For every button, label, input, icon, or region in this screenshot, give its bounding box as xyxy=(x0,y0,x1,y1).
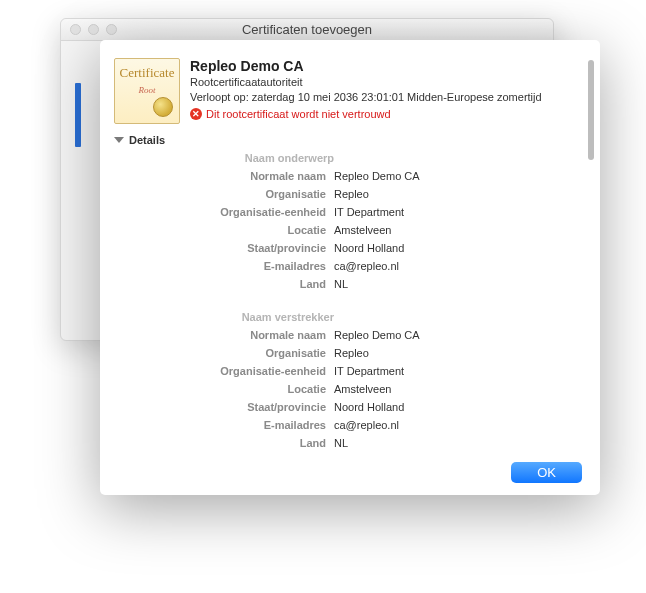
scrollbar[interactable] xyxy=(588,60,594,160)
minimize-window-button[interactable] xyxy=(88,24,99,35)
certificate-sheet: Certificate Root Repleo Demo CA Rootcert… xyxy=(100,40,600,495)
detail-row: OrganisatieRepleo xyxy=(114,344,582,362)
detail-label: E-mailadres xyxy=(114,257,334,275)
detail-row: LandNL xyxy=(114,434,582,452)
detail-label: E-mailadres xyxy=(114,416,334,434)
detail-row: E-mailadresca@repleo.nl xyxy=(114,416,582,434)
detail-value: Amstelveen xyxy=(334,221,391,239)
details-label: Details xyxy=(129,134,165,146)
detail-row: Staat/provincieNoord Holland xyxy=(114,239,582,257)
detail-label: Organisatie xyxy=(114,185,334,203)
issuer-heading: Naam verstrekker xyxy=(219,311,334,323)
detail-value: Repleo xyxy=(334,185,369,203)
detail-row: LandNL xyxy=(114,275,582,293)
detail-value: NL xyxy=(334,434,348,452)
details-disclosure[interactable]: Details xyxy=(114,134,582,146)
detail-label: Staat/provincie xyxy=(114,239,334,257)
detail-value: IT Department xyxy=(334,203,404,221)
detail-label: Staat/provincie xyxy=(114,398,334,416)
certificate-icon: Certificate Root xyxy=(114,58,180,124)
detail-row: Normale naamRepleo Demo CA xyxy=(114,326,582,344)
close-window-button[interactable] xyxy=(70,24,81,35)
detail-row: LocatieAmstelveen xyxy=(114,221,582,239)
detail-label: Locatie xyxy=(114,221,334,239)
detail-value: IT Department xyxy=(334,362,404,380)
detail-row: Organisatie-eenheidIT Department xyxy=(114,362,582,380)
trust-status-text: Dit rootcertificaat wordt niet vertrouwd xyxy=(206,108,391,120)
detail-row: E-mailadresca@repleo.nl xyxy=(114,257,582,275)
detail-value: Noord Holland xyxy=(334,239,404,257)
seal-icon xyxy=(153,97,173,117)
chevron-down-icon xyxy=(114,137,124,143)
detail-label: Normale naam xyxy=(114,167,334,185)
detail-label: Land xyxy=(114,434,334,452)
detail-label: Organisatie xyxy=(114,344,334,362)
ok-button[interactable]: OK xyxy=(511,462,582,483)
detail-label: Land xyxy=(114,275,334,293)
scroll-content: Certificate Root Repleo Demo CA Rootcert… xyxy=(114,40,582,452)
detail-value: ca@repleo.nl xyxy=(334,257,399,275)
window-title: Certificaten toevoegen xyxy=(61,22,553,37)
detail-row: LocatieAmstelveen xyxy=(114,380,582,398)
detail-value: ca@repleo.nl xyxy=(334,416,399,434)
zoom-window-button[interactable] xyxy=(106,24,117,35)
certificate-expiry: Verloopt op: zaterdag 10 mei 2036 23:01:… xyxy=(190,90,582,104)
detail-label: Locatie xyxy=(114,380,334,398)
detail-label: Organisatie-eenheid xyxy=(114,203,334,221)
subject-heading: Naam onderwerp xyxy=(219,152,334,164)
certificate-icon-label: Certificate xyxy=(115,65,179,81)
error-icon: ✕ xyxy=(190,108,202,120)
certificate-icon-root: Root xyxy=(115,85,179,95)
detail-value: Amstelveen xyxy=(334,380,391,398)
detail-value: Noord Holland xyxy=(334,398,404,416)
background-selection-hint xyxy=(75,83,81,147)
detail-value: NL xyxy=(334,275,348,293)
detail-value: Repleo Demo CA xyxy=(334,326,420,344)
detail-row: OrganisatieRepleo xyxy=(114,185,582,203)
detail-row: Staat/provincieNoord Holland xyxy=(114,398,582,416)
detail-row: Organisatie-eenheidIT Department xyxy=(114,203,582,221)
detail-row: Normale naamRepleo Demo CA xyxy=(114,167,582,185)
detail-label: Organisatie-eenheid xyxy=(114,362,334,380)
detail-label: Normale naam xyxy=(114,326,334,344)
certificate-title: Repleo Demo CA xyxy=(190,58,582,74)
titlebar: Certificaten toevoegen xyxy=(61,19,553,41)
detail-value: Repleo xyxy=(334,344,369,362)
certificate-subtitle: Rootcertificaatautoriteit xyxy=(190,76,582,88)
detail-value: Repleo Demo CA xyxy=(334,167,420,185)
traffic-lights xyxy=(61,24,117,35)
